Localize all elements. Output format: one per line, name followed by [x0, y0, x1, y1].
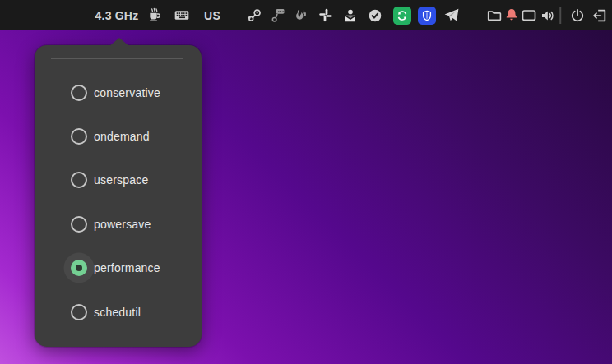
tray-syncthing[interactable]: [393, 0, 411, 30]
tray-volume[interactable]: [540, 0, 556, 30]
panel-separator: [559, 0, 561, 30]
volume-icon[interactable]: [540, 7, 556, 24]
check-circle-icon[interactable]: [367, 7, 383, 24]
menu-separator: [51, 58, 183, 59]
menu-item-label: performance: [94, 261, 160, 274]
menu-item-performance[interactable]: performance: [35, 247, 202, 290]
tray-slack[interactable]: [318, 0, 335, 30]
menu-item-powersave[interactable]: powersave: [35, 202, 202, 246]
radio-icon[interactable]: [71, 216, 87, 233]
tray-caffeine[interactable]: [146, 0, 163, 30]
menu-arrow: [109, 38, 129, 46]
bitwarden-icon[interactable]: [418, 7, 436, 25]
power-icon[interactable]: [569, 7, 586, 24]
tray-proton-bridge[interactable]: [342, 0, 359, 30]
tray-flameshot[interactable]: [293, 0, 310, 30]
slack-icon[interactable]: [318, 7, 335, 24]
menu-item-label: schedutil: [94, 306, 141, 319]
tray-steam[interactable]: [247, 0, 264, 30]
radio-icon[interactable]: [71, 172, 87, 188]
flameshot-flame-icon[interactable]: [293, 7, 310, 24]
steam-icon[interactable]: [247, 7, 264, 24]
menu-item-conservative[interactable]: conservative: [35, 71, 202, 114]
tray-files[interactable]: [486, 0, 503, 30]
tray-telegram[interactable]: [443, 0, 461, 30]
keyboard-layout-label[interactable]: US: [204, 9, 220, 22]
power-button[interactable]: [569, 0, 586, 30]
menu-item-schedutil[interactable]: schedutil: [35, 290, 202, 334]
telegram-icon[interactable]: [443, 7, 461, 24]
cpu-frequency-indicator[interactable]: 4.3 GHz: [95, 0, 139, 30]
governor-options-list: conservative ondemand userspace powersav…: [35, 71, 202, 334]
menu-item-userspace[interactable]: userspace: [35, 159, 202, 202]
top-panel: 4.3 GHz US: [0, 0, 612, 30]
menu-item-label: ondemand: [94, 130, 150, 143]
menu-item-label: powersave: [94, 218, 151, 231]
tray-bitwarden[interactable]: [418, 0, 436, 30]
notification-bell-icon[interactable]: [504, 7, 520, 23]
logout-icon[interactable]: [591, 7, 608, 24]
menu-item-label: userspace: [94, 173, 148, 187]
keyboard-layout-indicator[interactable]: US: [204, 0, 220, 30]
radio-icon[interactable]: [71, 304, 87, 320]
cpu-frequency-label[interactable]: 4.3 GHz: [95, 9, 139, 22]
solaar-receiver-icon[interactable]: [270, 7, 287, 24]
proton-bridge-icon[interactable]: [342, 7, 359, 24]
display-icon[interactable]: [521, 7, 537, 24]
menu-item-ondemand[interactable]: ondemand: [35, 114, 202, 158]
tray-notifications[interactable]: [504, 0, 520, 30]
tray-display[interactable]: [521, 0, 537, 30]
folder-icon[interactable]: [486, 7, 503, 24]
cpu-governor-menu: conservative ondemand userspace powersav…: [35, 45, 202, 347]
radio-icon[interactable]: [71, 128, 87, 145]
caffeine-cup-icon[interactable]: [146, 7, 163, 24]
keyboard-icon[interactable]: [174, 7, 191, 24]
menu-item-label: conservative: [94, 86, 160, 99]
tray-solaar[interactable]: [270, 0, 287, 30]
logout-button[interactable]: [591, 0, 608, 30]
radio-selected-icon[interactable]: [71, 260, 87, 276]
syncthing-icon[interactable]: [393, 7, 411, 25]
tray-check-app[interactable]: [367, 0, 383, 30]
radio-icon[interactable]: [71, 85, 87, 101]
tray-keyboard-layout[interactable]: [174, 0, 191, 30]
